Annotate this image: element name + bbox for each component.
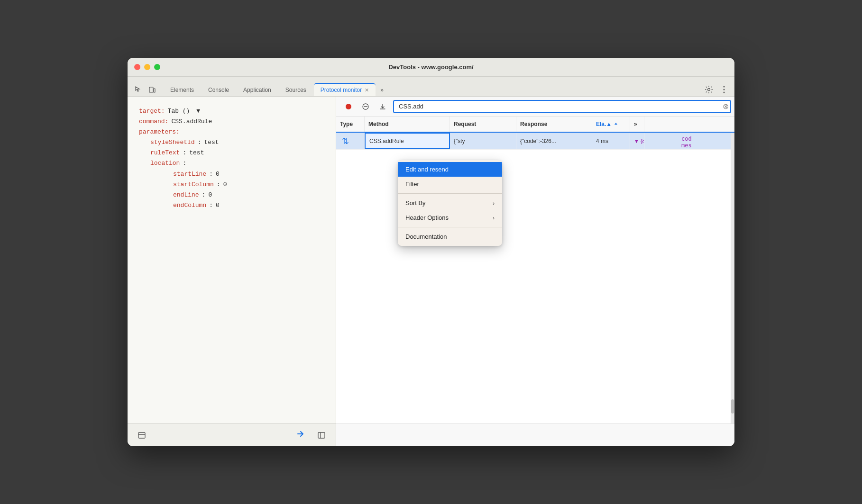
col-request[interactable]: Request <box>450 117 516 132</box>
col-more[interactable]: » <box>630 117 644 132</box>
tab-sources[interactable]: Sources <box>279 84 313 96</box>
svg-point-3 <box>724 86 725 88</box>
record-button[interactable] <box>342 100 355 113</box>
context-menu: Edit and resend Filter Sort By › Header … <box>398 160 502 246</box>
col-elapsed[interactable]: Ela.▲ <box>592 117 630 132</box>
cm-filter[interactable]: Filter <box>398 177 502 191</box>
response-detail-row: cod <box>681 135 731 142</box>
param-ruleText: ruleText : test <box>150 148 324 158</box>
cm-header-arrow-icon: › <box>493 215 495 221</box>
table-row[interactable]: ⇅ CSS.addRule {"sty {"code":-326... 4 ms <box>336 133 734 150</box>
main-area: target: Tab () ▼ command: CSS.addRule pa… <box>128 97 734 446</box>
device-icon[interactable] <box>146 83 159 96</box>
col-response[interactable]: Response <box>516 117 592 132</box>
tab-bar-icons <box>131 83 159 96</box>
left-content: target: Tab () ▼ command: CSS.addRule pa… <box>128 97 336 423</box>
tab-application[interactable]: Application <box>237 84 278 96</box>
cell-extra: ▼ {code <box>630 133 644 149</box>
title-bar: DevTools - www.google.com/ <box>128 58 734 77</box>
more-options-icon[interactable] <box>717 83 731 96</box>
minimize-button[interactable] <box>144 64 150 70</box>
right-panel: ⊗ Type Method Request Response Ela.▲ <box>336 97 734 446</box>
col-type[interactable]: Type <box>336 117 365 132</box>
param-styleSheetId: styleSheetId : test <box>150 137 324 148</box>
right-footer <box>336 423 734 446</box>
param-parameters: parameters: <box>139 127 324 137</box>
svg-point-2 <box>708 89 710 91</box>
cell-response: {"code":-326... <box>516 133 592 149</box>
cm-header-options[interactable]: Header Options › <box>398 210 502 225</box>
param-target: target: Tab () ▼ <box>139 106 324 117</box>
cm-documentation[interactable]: Documentation <box>398 229 502 244</box>
svg-rect-0 <box>149 87 153 92</box>
close-button[interactable] <box>134 64 140 70</box>
svg-rect-6 <box>138 432 145 438</box>
cm-sort-by[interactable]: Sort By › <box>398 196 502 210</box>
cm-sort-arrow-icon: › <box>493 200 495 206</box>
scroll-thumb[interactable] <box>731 399 734 414</box>
col-method[interactable]: Method <box>365 117 450 132</box>
param-command: command: CSS.addRule <box>139 117 324 127</box>
tab-close-icon[interactable]: ✕ <box>365 87 369 93</box>
more-tabs-icon[interactable]: » <box>376 84 387 96</box>
cell-elapsed: 4 ms <box>592 133 630 149</box>
tab-bar: Elements Console Application Sources Pro… <box>128 77 734 97</box>
cell-method: CSS.addRule <box>365 133 450 149</box>
window-title: DevTools - www.google.com/ <box>388 63 473 71</box>
svg-point-4 <box>724 89 725 90</box>
svg-rect-8 <box>318 432 325 438</box>
param-location: location : <box>150 158 324 169</box>
save-button[interactable] <box>376 100 389 113</box>
collapse-icon[interactable] <box>315 429 328 442</box>
cell-type: ⇅ <box>336 133 365 149</box>
cm-separator-1 <box>398 193 502 194</box>
clear-button[interactable] <box>359 100 372 113</box>
table-header: Type Method Request Response Ela.▲ » <box>336 117 734 133</box>
transfer-icon: ⇅ <box>340 136 350 146</box>
send-button[interactable] <box>295 429 305 441</box>
scrollbar[interactable] <box>731 133 734 423</box>
devtools-window: DevTools - www.google.com/ Elements Cons… <box>128 58 734 446</box>
param-startColumn: startColumn : 0 <box>173 180 324 190</box>
param-startLine: startLine : 0 <box>173 169 324 180</box>
response-detail: cod mes <box>678 133 734 152</box>
left-panel: target: Tab () ▼ command: CSS.addRule pa… <box>128 97 336 446</box>
traffic-lights <box>134 64 160 70</box>
cell-request: {"sty <box>450 133 516 149</box>
search-input[interactable] <box>393 100 731 113</box>
response-detail-row2: mes <box>681 142 731 149</box>
param-endColumn: endColumn : 0 <box>173 200 324 211</box>
inspect-icon[interactable] <box>131 83 145 96</box>
svg-point-5 <box>724 92 725 93</box>
tab-protocol-monitor[interactable]: Protocol monitor ✕ <box>314 83 376 96</box>
search-clear-icon[interactable]: ⊗ <box>723 102 729 111</box>
sidebar-icon[interactable] <box>135 429 148 442</box>
settings-icon[interactable] <box>702 83 715 96</box>
table-body: ⇅ CSS.addRule {"sty {"code":-326... 4 ms <box>336 133 734 423</box>
tab-elements[interactable]: Elements <box>164 84 201 96</box>
tab-console[interactable]: Console <box>202 84 236 96</box>
maximize-button[interactable] <box>154 64 160 70</box>
toolbar: ⊗ <box>336 97 734 117</box>
cm-separator-2 <box>398 227 502 227</box>
tab-bar-right-actions <box>702 83 731 96</box>
left-footer <box>128 423 336 446</box>
svg-rect-1 <box>154 89 155 92</box>
cm-edit-resend[interactable]: Edit and resend <box>398 162 502 177</box>
param-endLine: endLine : 0 <box>173 190 324 200</box>
svg-point-10 <box>346 104 351 109</box>
